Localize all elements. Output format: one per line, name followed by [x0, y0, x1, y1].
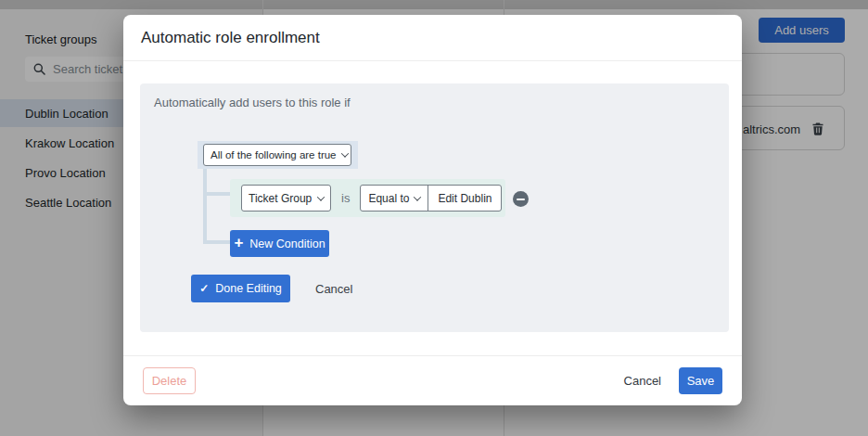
done-editing-label: Done Editing [215, 282, 282, 295]
plus-icon: + [234, 235, 243, 250]
footer-actions: Cancel Save [624, 367, 722, 394]
condition-editor-panel: Automatically add users to this role if … [140, 83, 729, 332]
chevron-down-icon [340, 149, 348, 157]
chevron-down-icon [317, 193, 325, 200]
new-condition-button[interactable]: + New Condition [230, 230, 329, 257]
logic-selector-value: All of the following are true [211, 149, 337, 160]
condition-operator-value: Equal to [368, 192, 409, 205]
remove-condition-button[interactable] [513, 191, 529, 207]
intro-text: Automatically add users to this role if [154, 96, 351, 109]
new-condition-label: New Condition [249, 237, 325, 250]
tree-branch [207, 192, 230, 196]
condition-value: Edit Dublin [438, 192, 491, 205]
condition-operator-dropdown[interactable]: Equal to [361, 186, 428, 211]
condition-field-value: Ticket Group [249, 192, 312, 205]
logic-group-wrapper: All of the following are true [198, 141, 358, 169]
cancel-button[interactable]: Cancel [624, 374, 661, 388]
done-editing-button[interactable]: ✓ Done Editing [191, 275, 290, 302]
logic-selector-dropdown[interactable]: All of the following are true [203, 144, 351, 166]
condition-connector-label: is [341, 191, 350, 205]
condition-value-selector[interactable]: Edit Dublin [428, 186, 501, 211]
modal-footer: Delete Cancel Save [123, 355, 742, 405]
tree-connector [203, 169, 231, 244]
automatic-role-enrollment-modal: Automatic role enrollment Automatically … [123, 15, 742, 405]
cancel-editing-link[interactable]: Cancel [315, 282, 352, 296]
condition-row: Ticket Group is Equal to Edit Dublin [230, 179, 505, 217]
modal-title: Automatic role enrollment [141, 29, 320, 47]
condition-field-dropdown[interactable]: Ticket Group [241, 185, 331, 212]
delete-button[interactable]: Delete [143, 367, 196, 394]
screen: Ticket groups Dublin Location Krakow Loc… [0, 0, 868, 436]
operator-value-control: Equal to Edit Dublin [360, 185, 502, 212]
save-button[interactable]: Save [679, 367, 722, 394]
chevron-down-icon [414, 193, 421, 200]
check-icon: ✓ [199, 283, 209, 294]
modal-header: Automatic role enrollment [123, 15, 742, 61]
